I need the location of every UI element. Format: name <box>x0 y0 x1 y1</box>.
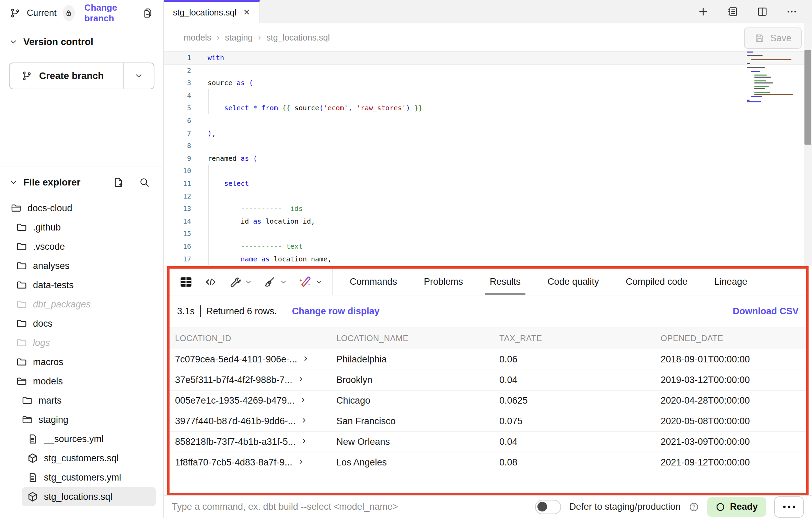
code-line-11[interactable]: 11 select <box>164 177 812 190</box>
code-line-5[interactable]: 5 select * from {{ source('ecom', 'raw_s… <box>164 102 812 114</box>
breadcrumb-item[interactable]: staging <box>225 33 253 43</box>
line-number: 13 <box>164 202 191 215</box>
split-editor-icon[interactable] <box>756 6 768 18</box>
results-panel: CommandsProblemsResultsCode qualityCompi… <box>167 266 809 495</box>
breadcrumb-item[interactable]: models <box>184 33 211 43</box>
more-options-icon[interactable] <box>786 6 798 18</box>
help-icon[interactable] <box>689 502 699 512</box>
table-view-icon[interactable] <box>178 274 194 290</box>
code-line-3[interactable]: 3source as ( <box>164 77 812 89</box>
lock-icon <box>65 9 72 17</box>
panel-tab-code-quality[interactable]: Code quality <box>546 269 600 295</box>
tab-stg-locations-sql[interactable]: stg_locations.sql ✕ <box>164 0 260 23</box>
more-actions-button[interactable] <box>774 496 804 518</box>
status-badge[interactable]: Ready <box>707 497 766 517</box>
tree-item-models[interactable]: models <box>0 372 163 391</box>
tree-item-github[interactable]: .github <box>0 218 163 237</box>
panel-tab-problems[interactable]: Problems <box>422 269 464 295</box>
defer-toggle[interactable] <box>535 500 561 514</box>
folder-open-icon <box>10 202 22 214</box>
scrollbar-thumb[interactable] <box>804 50 811 145</box>
code-line-8[interactable]: 8 <box>164 139 812 152</box>
expand-cell-icon[interactable] <box>297 375 305 383</box>
folder-icon <box>16 241 27 252</box>
code-editor[interactable]: 1with23source as (45 select * from {{ so… <box>164 52 812 265</box>
code-line-1[interactable]: 1with <box>164 52 812 64</box>
copy-icon[interactable] <box>142 7 154 19</box>
tree-item-docs[interactable]: docs <box>0 314 163 333</box>
tree-item-dbt-packages[interactable]: dbt_packages <box>0 295 163 314</box>
tree-item-label: logs <box>33 338 50 348</box>
code-line-9[interactable]: 9renamed as ( <box>164 152 812 165</box>
tab-title: stg_locations.sql <box>173 8 236 18</box>
panel-tab-commands[interactable]: Commands <box>348 269 398 295</box>
change-branch-link[interactable]: Change branch <box>84 2 134 24</box>
broom-icon <box>263 275 276 289</box>
build-tools-dropdown[interactable] <box>228 275 253 289</box>
cell-location-id: 7c079cea-5ed4-4101-906e-... <box>175 354 297 365</box>
status-circle-icon <box>716 502 725 512</box>
line-number: 14 <box>164 215 191 228</box>
panel-tab-lineage[interactable]: Lineage <box>713 269 749 295</box>
new-tab-icon[interactable] <box>697 6 709 18</box>
ai-assist-dropdown[interactable] <box>298 275 323 289</box>
tree-item-label: .github <box>33 222 61 233</box>
search-icon[interactable] <box>139 177 150 188</box>
results-table-footer <box>170 473 806 493</box>
version-control-header[interactable]: Version control <box>9 36 154 47</box>
tree-item-staging[interactable]: staging <box>0 410 163 429</box>
tree-item-sources-yml[interactable]: __sources.yml <box>0 429 163 449</box>
code-line-10[interactable]: 10 <box>164 165 812 177</box>
code-view-icon[interactable] <box>204 275 218 289</box>
tree-item-stg-locations-sql[interactable]: stg_locations.sql <box>0 487 163 506</box>
command-input[interactable]: Type a command, ex. dbt build --select <… <box>172 502 535 512</box>
tree-item-stg-customers-yml[interactable]: stg_customers.yml <box>0 468 163 487</box>
expand-cell-icon[interactable] <box>302 355 310 362</box>
editor-scrollbar[interactable] <box>804 23 812 266</box>
tree-item-vscode[interactable]: .vscode <box>0 237 163 256</box>
code-line-15[interactable]: 15 <box>164 227 812 240</box>
save-button[interactable]: Save <box>744 27 802 49</box>
tab-close-icon[interactable]: ✕ <box>243 8 250 16</box>
code-line-13[interactable]: 13 ---------- ids <box>164 202 812 215</box>
expand-cell-icon[interactable] <box>297 458 305 465</box>
code-line-14[interactable]: 14 id as location_id, <box>164 215 812 228</box>
notebook-icon[interactable] <box>727 6 739 18</box>
tree-item-docs-cloud[interactable]: docs-cloud <box>0 199 163 218</box>
tree-item-logs[interactable]: logs <box>0 333 163 352</box>
new-file-icon[interactable] <box>113 177 124 188</box>
download-csv-link[interactable]: Download CSV <box>733 306 799 317</box>
results-table: LOCATION_IDLOCATION_NAMETAX_RATEOPENED_D… <box>170 327 806 473</box>
panel-tab-compiled-code[interactable]: Compiled code <box>624 269 689 295</box>
file-explorer-header[interactable]: File explorer <box>0 177 163 188</box>
create-branch-dropdown[interactable] <box>123 63 154 89</box>
minimap[interactable] <box>747 52 798 103</box>
expand-cell-icon[interactable] <box>300 417 308 424</box>
cell-location-id: 3977f440-b87d-461b-9dd6-... <box>175 416 295 427</box>
code-line-2[interactable]: 2 <box>164 64 812 77</box>
wrench-icon <box>228 275 241 289</box>
save-label: Save <box>770 33 791 44</box>
expand-cell-icon[interactable] <box>299 396 307 404</box>
tree-item-data-tests[interactable]: data-tests <box>0 275 163 295</box>
folder-open-icon <box>21 414 33 426</box>
tree-item-marts[interactable]: marts <box>0 391 163 410</box>
format-dropdown[interactable] <box>263 275 288 289</box>
code-line-17[interactable]: 17 name as location_name, <box>164 253 812 266</box>
breadcrumb-item[interactable]: stg_locations.sql <box>266 33 330 43</box>
code-line-12[interactable]: 12 <box>164 190 812 203</box>
code-line-16[interactable]: 16 ---------- text <box>164 240 812 253</box>
code-line-7[interactable]: 7), <box>164 127 812 140</box>
tree-item-stg-customers-sql[interactable]: stg_customers.sql <box>0 449 163 468</box>
create-branch-button[interactable]: Create branch <box>10 63 123 89</box>
tree-item-macros[interactable]: macros <box>0 352 163 372</box>
expand-cell-icon[interactable] <box>300 437 308 445</box>
tree-item-analyses[interactable]: analyses <box>0 256 163 275</box>
code-line-4[interactable]: 4 <box>164 89 812 102</box>
panel-tab-results[interactable]: Results <box>488 269 522 295</box>
tree-item-label: dbt_packages <box>33 299 91 310</box>
change-row-display-link[interactable]: Change row display <box>292 306 380 317</box>
breadcrumb-separator: › <box>258 33 261 42</box>
code-line-6[interactable]: 6 <box>164 114 812 127</box>
cell-location-id: 37e5f311-b7f4-4f2f-988b-7... <box>175 375 292 385</box>
